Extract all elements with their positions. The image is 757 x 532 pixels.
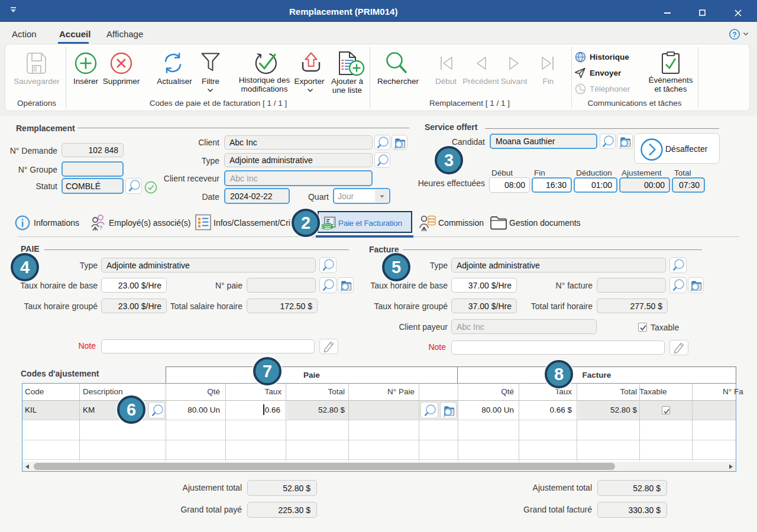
svg-text:?: ? [732, 31, 736, 39]
svg-text:?: ? [99, 225, 102, 231]
